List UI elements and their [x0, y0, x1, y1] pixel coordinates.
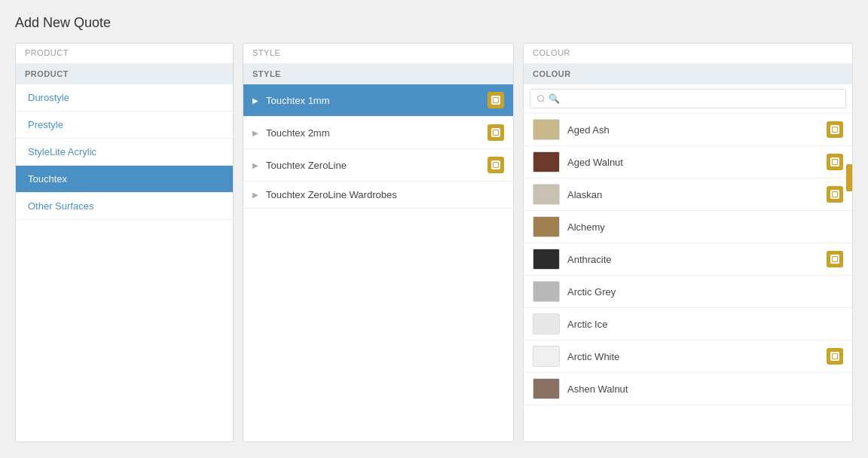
colour-item-anthracite[interactable]: Anthracite — [524, 243, 852, 276]
style-panel: Style STYLE ▶Touchtex 1mm▶Touchtex 2mm▶T… — [243, 43, 514, 442]
page-title: Add New Quote — [15, 15, 853, 31]
colour-item-label: Arctic White — [567, 351, 819, 362]
colour-action-icon[interactable] — [827, 348, 843, 365]
colour-item-aged-walnut[interactable]: Aged Walnut — [524, 146, 852, 179]
colour-search-container — [524, 84, 852, 114]
product-item-prestyle[interactable]: Prestyle — [16, 111, 233, 139]
colour-action-icon[interactable] — [827, 154, 843, 170]
style-item-label: Touchtex 1mm — [266, 95, 483, 106]
chevron-right-icon: ▶ — [252, 191, 261, 199]
colour-item-label: Alchemy — [567, 221, 843, 233]
product-panel: Product PRODUCT DurostylePrestyleStyleLi… — [15, 43, 234, 442]
colour-swatch — [533, 216, 560, 237]
chevron-right-icon: ▶ — [252, 129, 261, 137]
product-item-durostyle[interactable]: Durostyle — [16, 84, 233, 111]
style-item-touchtexxzeroline[interactable]: ▶Touchtex ZeroLine — [243, 149, 513, 182]
colour-swatch — [533, 313, 560, 334]
product-panel-header: PRODUCT — [16, 63, 233, 84]
colour-item-ashen-walnut[interactable]: Ashen Walnut — [524, 373, 852, 405]
style-action-icon[interactable] — [487, 157, 504, 173]
colour-item-label: Aged Ash — [567, 124, 819, 136]
colour-panel-label: Colour — [524, 44, 852, 62]
colour-swatch — [533, 184, 560, 205]
style-action-icon[interactable] — [487, 124, 504, 141]
colour-panel-header: COLOUR — [524, 63, 852, 84]
colour-panel: Colour COLOUR Aged AshAged WalnutAlaskan… — [523, 43, 853, 442]
colour-item-label: Aged Walnut — [567, 157, 819, 168]
colour-item-alchemy[interactable]: Alchemy — [524, 211, 852, 243]
colour-swatch — [533, 119, 560, 140]
colour-action-icon[interactable] — [827, 121, 843, 138]
style-item-touchtex1mm[interactable]: ▶Touchtex 1mm — [243, 84, 513, 117]
style-panel-header: STYLE — [243, 63, 513, 84]
colour-item-arctic-ice[interactable]: Arctic Ice — [524, 308, 852, 340]
product-list: DurostylePrestyleStyleLite AcrylicToucht… — [16, 84, 233, 441]
style-action-icon[interactable] — [487, 92, 504, 108]
colour-swatch — [533, 281, 560, 302]
product-panel-label: Product — [16, 44, 233, 62]
colour-action-icon[interactable] — [827, 186, 843, 203]
style-list: ▶Touchtex 1mm▶Touchtex 2mm▶Touchtex Zero… — [243, 84, 513, 441]
chevron-right-icon: ▶ — [252, 161, 261, 169]
style-item-touchtexzerolinewardrobes[interactable]: ▶Touchtex ZeroLine Wardrobes — [243, 182, 513, 209]
colour-item-arctic-white[interactable]: Arctic White — [524, 340, 852, 373]
product-item-stylelite[interactable]: StyleLite Acrylic — [16, 139, 233, 166]
colour-item-arctic-grey[interactable]: Arctic Grey — [524, 276, 852, 308]
colour-action-icon[interactable] — [827, 251, 843, 267]
colour-item-label: Arctic Grey — [567, 286, 843, 298]
style-item-label: Touchtex ZeroLine — [266, 160, 483, 171]
colour-search-input[interactable] — [530, 89, 846, 108]
colour-swatch — [533, 249, 560, 270]
colour-swatch — [533, 378, 560, 399]
colour-swatch — [533, 151, 560, 173]
colour-item-label: Arctic Ice — [567, 319, 843, 330]
style-item-label: Touchtex 2mm — [266, 127, 483, 139]
colour-item-label: Ashen Walnut — [567, 383, 843, 395]
colour-item-alaskan[interactable]: Alaskan — [524, 179, 852, 211]
colour-item-aged-ash[interactable]: Aged Ash — [524, 114, 852, 146]
colour-item-label: Alaskan — [567, 189, 819, 200]
colour-item-label: Anthracite — [567, 254, 819, 265]
colour-swatch — [533, 346, 560, 367]
product-item-touchtex[interactable]: Touchtex — [16, 166, 233, 193]
colour-list: Aged AshAged WalnutAlaskanAlchemyAnthrac… — [524, 114, 852, 441]
style-item-label: Touchtex ZeroLine Wardrobes — [266, 189, 504, 200]
chevron-right-icon: ▶ — [252, 96, 261, 105]
style-panel-label: Style — [243, 44, 513, 62]
product-item-other[interactable]: Other Surfaces — [16, 193, 233, 220]
side-indicator — [846, 164, 852, 191]
style-item-touchtex2mm[interactable]: ▶Touchtex 2mm — [243, 117, 513, 149]
